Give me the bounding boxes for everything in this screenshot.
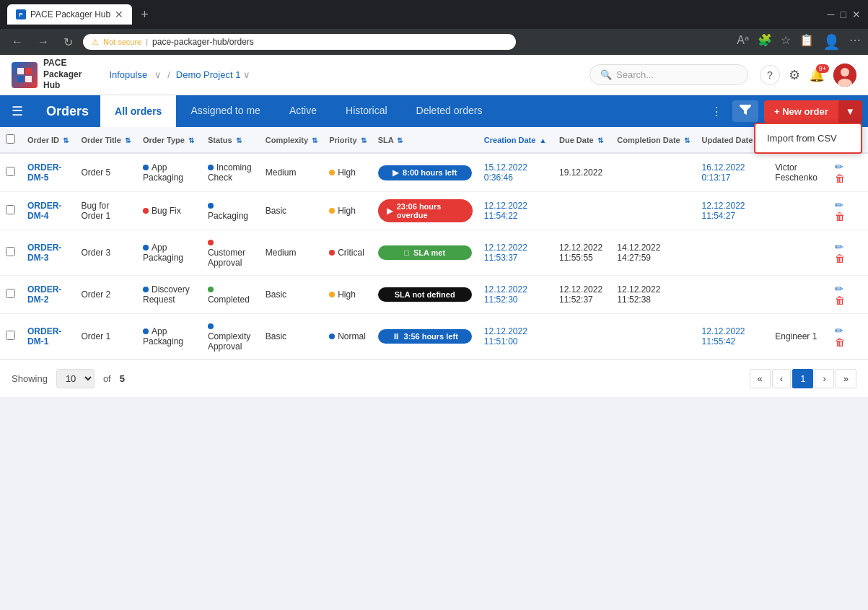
priority-dot (329, 208, 335, 214)
hamburger-menu[interactable]: ☰ (0, 95, 35, 127)
col-order-title[interactable]: Order Title ⇅ (75, 127, 137, 153)
sort-complexity-icon: ⇅ (312, 136, 317, 144)
order-id-link[interactable]: ORDER-DM-3 (27, 243, 61, 263)
new-order-dropdown-button[interactable]: ▼ (838, 100, 862, 123)
search-box[interactable]: 🔍 Search... (589, 64, 748, 85)
col-creation-date[interactable]: Creation Date ▲ (478, 127, 553, 153)
project-dropdown-icon[interactable]: ∨ (243, 69, 250, 80)
order-id-link[interactable]: ORDER-DM-5 (27, 162, 61, 183)
last-page-button[interactable]: » (836, 369, 856, 388)
col-priority[interactable]: Priority ⇅ (323, 127, 372, 153)
user-avatar[interactable] (833, 64, 856, 87)
tab-all-orders[interactable]: All orders (100, 95, 176, 127)
page-size-select[interactable]: 10 25 50 (56, 369, 95, 388)
row-checkbox[interactable] (6, 289, 15, 298)
help-button[interactable]: ? (760, 65, 780, 85)
completion-date-cell: 14.12.2022 14:27:59 (611, 230, 696, 276)
status-dot (208, 287, 214, 292)
tab-deleted-orders[interactable]: Deleted orders (402, 95, 497, 127)
edit-icon[interactable]: ✏ (835, 325, 843, 336)
order-id-link[interactable]: ORDER-DM-4 (27, 201, 61, 221)
edit-icon[interactable]: ✏ (835, 199, 843, 211)
collections-icon[interactable]: 📋 (799, 33, 814, 51)
row-checkbox[interactable] (6, 331, 15, 340)
order-title-cell: Order 3 (75, 230, 137, 276)
more-icon[interactable]: ⋯ (849, 33, 861, 51)
order-id-cell: ORDER-DM-1 (22, 314, 75, 360)
maximize-button[interactable]: □ (841, 9, 846, 20)
delete-icon[interactable]: 🗑 (835, 173, 845, 184)
breadcrumb-separator: / (167, 69, 170, 80)
row-checkbox[interactable] (6, 167, 15, 176)
col-order-type[interactable]: Order Type ⇅ (137, 127, 202, 153)
import-from-csv-item[interactable]: Import from CSV (755, 127, 861, 149)
delete-icon[interactable]: 🗑 (835, 295, 845, 306)
order-type-cell: App Packaging (137, 314, 202, 360)
first-page-button[interactable]: « (750, 369, 771, 388)
close-window-button[interactable]: ✕ (852, 9, 861, 20)
edit-icon[interactable]: ✏ (835, 241, 843, 253)
assignee-cell: Engineer 1 (769, 314, 827, 360)
row-checkbox[interactable] (6, 247, 15, 256)
profile-icon[interactable]: 👤 (823, 33, 841, 51)
pagination: « ‹ 1 › » (750, 369, 856, 388)
col-sla[interactable]: SLA ⇅ (372, 127, 478, 153)
tab-historical[interactable]: Historical (331, 95, 402, 127)
next-page-button[interactable]: › (815, 369, 833, 388)
prev-page-button[interactable]: ‹ (772, 369, 791, 388)
tab-active[interactable]: Active (275, 95, 331, 127)
order-title-cell: Bug for Order 1 (75, 192, 137, 230)
order-type-cell: Discovery Request (137, 276, 202, 314)
new-order-button[interactable]: + New order (764, 100, 838, 123)
notifications-button[interactable]: 🔔 9+ (809, 67, 825, 83)
select-all-checkbox[interactable] (6, 134, 15, 144)
complexity-cell: Basic (260, 276, 323, 314)
logo-text: PACE Packager Hub (43, 58, 82, 92)
more-options-button[interactable]: ⋮ (706, 100, 727, 123)
browser-tab[interactable]: P PACE Packager Hub ✕ (7, 4, 132, 25)
col-completion-date[interactable]: Completion Date ⇅ (611, 127, 696, 153)
page-1-button[interactable]: 1 (792, 369, 813, 388)
new-tab-button[interactable]: + (138, 4, 152, 25)
sort-completion-date-icon: ⇅ (684, 136, 690, 144)
security-warning: ⚠ (92, 38, 99, 47)
settings-button[interactable]: ⚙ (789, 67, 800, 83)
col-order-id[interactable]: Order ID ⇅ (22, 127, 75, 153)
order-id-link[interactable]: ORDER-DM-2 (27, 284, 61, 305)
updated-date-cell: 12.12.2022 11:54:27 (696, 192, 769, 230)
tab-close-button[interactable]: ✕ (115, 9, 123, 20)
delete-icon[interactable]: 🗑 (835, 211, 845, 222)
row-checkbox[interactable] (6, 205, 15, 214)
sla-text: 23:06 hours overdue (397, 202, 464, 219)
sla-text: 8:00 hours left (403, 168, 457, 177)
priority-dot (329, 170, 335, 175)
sla-text: 3:56 hours left (404, 332, 458, 341)
extensions-icon[interactable]: 🧩 (758, 33, 772, 51)
col-complexity[interactable]: Complexity ⇅ (260, 127, 323, 153)
sla-cell: ▶ 8:00 hours left (372, 153, 478, 192)
sla-badge: ⏸ 3:56 hours left (378, 329, 472, 344)
reload-button[interactable]: ↻ (59, 34, 77, 51)
address-bar[interactable]: ⚠ Not secure | pace-packager-hub/orders (83, 34, 516, 50)
sla-text: SLA not defined (395, 290, 455, 299)
back-button[interactable]: ← (7, 34, 27, 50)
browser-icons: Aᵃ 🧩 ☆ 📋 👤 ⋯ (737, 33, 861, 51)
sla-badge: ▶ 8:00 hours left (378, 165, 472, 180)
tab-assigned-to-me[interactable]: Assigned to me (176, 95, 275, 127)
company-link[interactable]: Infopulse (105, 68, 152, 82)
delete-icon[interactable]: 🗑 (835, 253, 845, 264)
minimize-button[interactable]: ─ (828, 9, 835, 20)
col-due-date[interactable]: Due Date ⇅ (553, 127, 611, 153)
priority-cell: Normal (323, 314, 372, 360)
page-title: Orders (35, 95, 100, 127)
edit-icon[interactable]: ✏ (835, 161, 843, 173)
favorites-icon[interactable]: ☆ (781, 33, 791, 51)
order-id-link[interactable]: ORDER-DM-1 (27, 326, 61, 347)
edit-icon[interactable]: ✏ (835, 283, 843, 295)
col-status[interactable]: Status ⇅ (202, 127, 260, 153)
reader-mode-icon[interactable]: Aᵃ (737, 33, 749, 51)
filter-button[interactable] (732, 100, 758, 122)
project-link[interactable]: Demo Project 1 (176, 69, 241, 80)
forward-button[interactable]: → (33, 34, 53, 50)
delete-icon[interactable]: 🗑 (835, 336, 845, 348)
